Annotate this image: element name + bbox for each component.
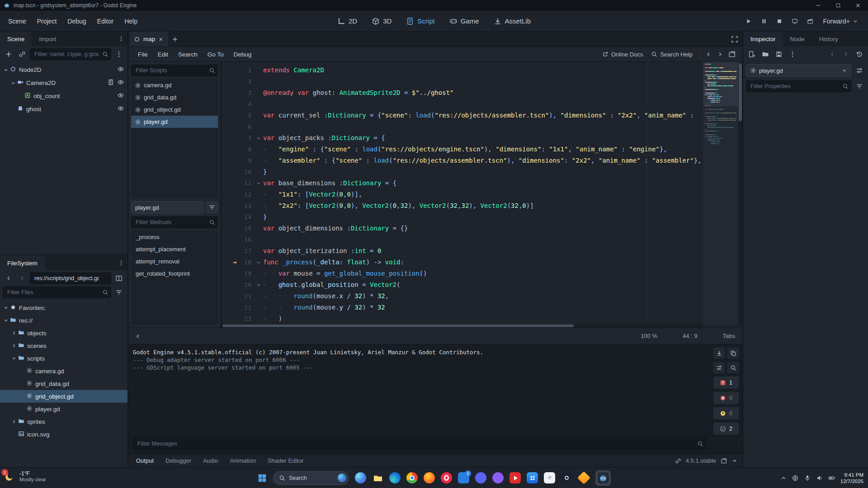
script-menu-go-to[interactable]: Go To	[203, 49, 229, 60]
pause-button[interactable]	[758, 15, 770, 28]
method-item-attempt_placement[interactable]: attempt_placement	[131, 243, 218, 255]
code-line-10[interactable]: 10}	[222, 166, 703, 178]
code-line-11[interactable]: 11var base_dimensions :Dictionary = {	[222, 178, 703, 189]
code-line-9[interactable]: 9»"assembler" : {"scene" : load("res://o…	[222, 155, 703, 166]
code-line-8[interactable]: 8»"engine" : {"scene" : load("res://obje…	[222, 144, 703, 155]
caret-position[interactable]: 44 : 9	[683, 333, 698, 339]
horizontal-scrollbar[interactable]	[222, 324, 703, 328]
taskbar-app-store[interactable]	[527, 472, 538, 483]
play-button[interactable]	[742, 15, 755, 28]
visibility-toggle[interactable]	[118, 92, 124, 100]
messages-count-button[interactable]: 2	[713, 422, 739, 435]
tree-right-arrow[interactable]	[10, 330, 18, 336]
battery-icon[interactable]	[828, 474, 835, 482]
fs-split-view-button[interactable]	[113, 272, 125, 284]
vertical-scrollbar[interactable]	[738, 62, 742, 324]
scene-tab-scene[interactable]: Scene	[0, 32, 32, 46]
taskbar-app-file-explorer[interactable]	[372, 472, 383, 483]
taskbar-app-youtube[interactable]	[509, 472, 521, 483]
taskbar-app-steam[interactable]	[561, 472, 572, 483]
make-floating-button[interactable]	[726, 48, 738, 60]
log-search-button[interactable]	[727, 362, 739, 373]
save-log-button[interactable]	[713, 347, 725, 359]
code-line-16[interactable]: 16	[222, 234, 703, 245]
edited-resource-select[interactable]: player.gd	[746, 64, 851, 77]
fs-item-favorites-[interactable]: Favorites:	[0, 301, 127, 314]
microphone-icon[interactable]	[804, 474, 811, 482]
weather-widget[interactable]: 2 -1°F Mostly clear	[4, 470, 46, 483]
bottom-tab-audio[interactable]: Audio	[197, 454, 224, 468]
inspector-forward-button[interactable]	[840, 48, 852, 60]
renderer-select[interactable]: Forward+	[819, 15, 862, 27]
code-line-17[interactable]: 17var object_iterization :int = 0	[222, 245, 703, 257]
code-line-6[interactable]: 6	[222, 121, 703, 132]
volume-icon[interactable]	[816, 474, 823, 482]
horizontal-scroll-thumb[interactable]	[222, 324, 574, 327]
code-line-7[interactable]: 7var object_packs :Dictionary = {	[222, 132, 703, 144]
scene-options-button[interactable]	[113, 48, 125, 60]
close-button[interactable]	[848, 0, 868, 11]
tree-right-arrow[interactable]	[10, 419, 18, 424]
taskbar-app-opera[interactable]	[441, 472, 452, 483]
fs-item-scripts[interactable]: scripts	[0, 352, 127, 365]
errors-warnings-count-button[interactable]: 1	[713, 376, 739, 389]
menu-debug[interactable]: Debug	[62, 15, 91, 28]
code-line-20[interactable]: 20»ghost.global_position = Vector2(	[222, 279, 703, 291]
fs-item-sprites[interactable]: sprites	[0, 415, 127, 428]
code-line-14[interactable]: 14}	[222, 211, 703, 223]
filter-messages-input[interactable]	[133, 437, 706, 450]
taskbar-app-app-orange[interactable]	[577, 471, 590, 484]
fs-back-button[interactable]	[3, 272, 14, 284]
menu-project[interactable]: Project	[32, 15, 62, 28]
fs-item-icon.svg[interactable]: icon.svg	[0, 428, 127, 441]
inspector-back-button[interactable]	[826, 48, 838, 60]
indent-type[interactable]: Tabs	[723, 333, 735, 339]
online-docs-button[interactable]: Online Docs	[598, 49, 647, 60]
filesystem-dock-menu-button[interactable]	[115, 256, 127, 270]
network-icon[interactable]	[792, 474, 799, 482]
method-sort-button[interactable]	[206, 202, 218, 213]
attached-script-button[interactable]	[108, 79, 114, 87]
minimize-button[interactable]	[808, 0, 828, 11]
current-script-select[interactable]: player.gd	[131, 201, 204, 214]
instantiate-scene-button[interactable]	[16, 48, 28, 60]
method-item-get_rotated_footprint[interactable]: get_rotated_footprint	[131, 267, 218, 280]
taskbar-app-chrome[interactable]	[406, 472, 418, 483]
fs-item-objects[interactable]: objects	[0, 327, 127, 339]
copy-log-button[interactable]	[727, 347, 739, 359]
taskbar-app-notepad[interactable]	[544, 472, 555, 483]
resource-options-button[interactable]	[787, 48, 798, 60]
taskbar-app-godot-active[interactable]	[595, 470, 611, 486]
scene-node-camera2d[interactable]: Camera2D	[0, 76, 127, 89]
fs-forward-button[interactable]	[16, 272, 28, 284]
scene-tab-map[interactable]: map	[129, 32, 168, 47]
code-line-21[interactable]: 21»»round(mouse.x / 32) * 32,	[222, 291, 703, 302]
maximize-button[interactable]	[828, 0, 848, 11]
scene-tab-import[interactable]: Import	[32, 32, 63, 46]
fold-arrow[interactable]	[254, 257, 263, 268]
filter-properties-input[interactable]	[746, 80, 851, 92]
view-tab-assetlib[interactable]: AssetLib	[488, 14, 537, 28]
script-menu-file[interactable]: File	[133, 49, 153, 60]
fold-arrow[interactable]	[254, 279, 263, 291]
expand-bottom-panel-icon[interactable]	[731, 458, 738, 464]
vertical-scroll-thumb[interactable]	[739, 63, 742, 121]
bottom-tab-shader-editor[interactable]: Shader Editor	[262, 454, 310, 468]
code-line-15[interactable]: 15var object_dimensions :Dictionary = {}	[222, 223, 703, 234]
fs-item-res-[interactable]: res://	[0, 314, 127, 327]
script-menu-edit[interactable]: Edit	[153, 49, 173, 60]
taskbar-search[interactable]: Search	[273, 471, 349, 485]
tree-down-arrow[interactable]	[9, 80, 17, 86]
taskbar-app-app-indigo[interactable]	[492, 472, 504, 483]
view-tab-game[interactable]: Game	[444, 14, 485, 28]
script-history-back-button[interactable]	[703, 48, 714, 60]
code-line-2[interactable]: 2	[222, 76, 703, 87]
script-item-grid-object.gd[interactable]: grid_object.gd	[131, 103, 218, 116]
tray-overflow-button[interactable]	[780, 475, 787, 481]
tree-down-arrow[interactable]	[2, 67, 10, 73]
method-item-_process[interactable]: _process	[131, 231, 218, 243]
script-item-grid-data.gd[interactable]: grid_data.gd	[131, 91, 218, 103]
add-node-button[interactable]	[3, 48, 14, 60]
inspector-history-button[interactable]	[854, 48, 865, 60]
view-tab-3d[interactable]: 3D	[366, 14, 397, 28]
